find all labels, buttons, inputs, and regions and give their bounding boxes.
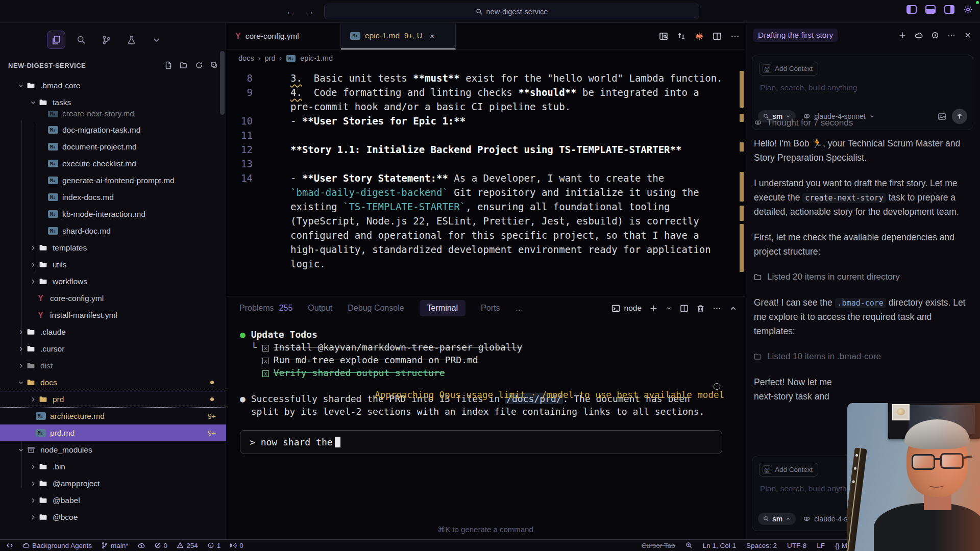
activity-beaker[interactable] xyxy=(122,31,140,49)
tree-item-document-project.md[interactable]: M↓document-project.md xyxy=(0,138,226,155)
code-line[interactable]: existing `TS-TEMPLATE-STARTER`, ensuring… xyxy=(226,199,745,214)
status-warning[interactable]: 254 xyxy=(177,542,198,549)
nav-back-icon[interactable]: ← xyxy=(284,5,297,18)
code-line[interactable]: 12**Story 1.1: Initialize Backend Projec… xyxy=(226,142,745,157)
tree-item-@babel[interactable]: @babel xyxy=(0,492,226,509)
tree-item-.bin[interactable]: .bin xyxy=(0,458,226,475)
toggle-right-panel-icon[interactable] xyxy=(944,5,954,14)
tab-close-icon[interactable]: × xyxy=(430,32,434,40)
tool-note[interactable]: Listed 20 items in current directory xyxy=(754,270,970,284)
code-line[interactable]: 10- **User Stories for Epic 1:** xyxy=(226,114,745,128)
tree-item-workflows[interactable]: workflows xyxy=(0,273,226,290)
collapse-all-icon[interactable] xyxy=(210,61,218,69)
tree-item-@ampproject[interactable]: @ampproject xyxy=(0,475,226,492)
code-line[interactable]: pre-commit hook and/or a basic CI pipeli… xyxy=(226,99,745,114)
image-attach-icon[interactable] xyxy=(938,112,946,121)
activity-source-control[interactable] xyxy=(97,31,115,49)
panel-tab-Debug Console[interactable]: Debug Console xyxy=(348,304,404,313)
status-sync-cloud[interactable] xyxy=(138,542,145,549)
panel-tab-Problems[interactable]: Problems255 xyxy=(239,304,292,313)
status-info[interactable]: 1 xyxy=(207,542,221,549)
code-line[interactable]: 94. Code formatting and linting checks *… xyxy=(226,85,745,99)
code-line[interactable]: (TypeScript, Node.js 22, ESLint, Prettie… xyxy=(226,214,745,228)
tree-item-templates[interactable]: templates xyxy=(0,239,226,256)
toggle-bottom-panel-icon[interactable] xyxy=(925,5,936,14)
send-button[interactable] xyxy=(952,109,967,124)
history-icon[interactable] xyxy=(931,31,939,39)
tree-item-create-next-story.md[interactable]: M↓create-next-story.md xyxy=(0,111,226,121)
tree-item-node_modules[interactable]: node_modules xyxy=(0,441,226,458)
new-file-icon[interactable] xyxy=(164,61,173,69)
activity-search[interactable] xyxy=(72,31,90,49)
breadcrumb-item[interactable]: prd xyxy=(264,54,275,62)
spark-icon[interactable] xyxy=(695,32,704,41)
editor-tab-core-config.yml[interactable]: Ycore-config.yml xyxy=(226,23,341,49)
add-context-button[interactable]: @ Add Context xyxy=(759,463,818,477)
tool-note[interactable]: Listed 10 items in .bmad-core xyxy=(754,349,970,364)
toggle-left-panel-icon[interactable] xyxy=(906,5,917,14)
compare-changes-icon[interactable] xyxy=(677,32,686,41)
tree-item-.bmad-core[interactable]: .bmad-core xyxy=(0,77,226,94)
nav-forward-icon[interactable]: → xyxy=(303,5,316,18)
editor-tab-epic-1.md[interactable]: M↓epic-1.md9+, U× xyxy=(341,23,456,49)
status-utf-8[interactable]: UTF-8 xyxy=(787,542,806,549)
breadcrumb-item[interactable]: epic-1.md xyxy=(300,54,333,62)
code-editor[interactable]: 83. Basic unit tests **must** exist for … xyxy=(226,68,745,296)
status-zoom[interactable] xyxy=(685,542,693,549)
code-line[interactable]: `bmad-daily-digest-backend` Git reposito… xyxy=(226,185,745,199)
panel-tab-Terminal[interactable]: Terminal xyxy=(420,300,465,316)
status-cloud[interactable]: Background Agents xyxy=(22,542,92,549)
agent-selector[interactable]: sm xyxy=(758,513,796,525)
activity-explorer[interactable] xyxy=(47,31,65,49)
tree-item-architecture.md[interactable]: M↓architecture.md9+ xyxy=(0,408,226,424)
tree-item-utils[interactable]: utils xyxy=(0,256,226,273)
chevron-down-icon[interactable] xyxy=(666,305,672,312)
panel-tabs-more-icon[interactable]: … xyxy=(515,304,523,313)
code-line[interactable]: high-quality, standardized development e… xyxy=(226,242,745,257)
more-icon[interactable] xyxy=(730,32,740,41)
breadcrumb-item[interactable]: docs xyxy=(238,54,254,62)
new-folder-icon[interactable] xyxy=(180,61,188,69)
code-line[interactable]: 14- **User Story Statement:** As a Devel… xyxy=(226,171,745,185)
tree-item-dist[interactable]: dist xyxy=(0,357,226,374)
terminal-shell-chip[interactable]: node xyxy=(611,304,642,313)
more-icon[interactable] xyxy=(947,31,955,39)
add-icon[interactable] xyxy=(898,31,906,39)
tree-item-prd[interactable]: prd xyxy=(0,391,226,408)
split-panel-icon[interactable] xyxy=(680,304,689,313)
status-spaces-2[interactable]: Spaces: 2 xyxy=(746,542,777,549)
add-icon[interactable] xyxy=(649,304,658,313)
status-cursor-tab[interactable]: Cursor Tab xyxy=(642,542,675,549)
tree-item-core-config.yml[interactable]: Ycore-config.yml xyxy=(0,290,226,307)
tree-item-tasks[interactable]: tasks xyxy=(0,94,226,111)
add-context-button[interactable]: @ Add Context xyxy=(759,62,818,76)
refresh-icon[interactable] xyxy=(195,61,203,69)
tree-item-install-manifest.yml[interactable]: Yinstall-manifest.yml xyxy=(0,307,226,323)
status-branch[interactable]: main* xyxy=(101,542,129,549)
panel-tab-Output[interactable]: Output xyxy=(308,304,332,313)
panel-tab-Ports[interactable]: Ports xyxy=(481,304,500,313)
code-line[interactable]: configured and operational for this spec… xyxy=(226,228,745,242)
activity-chevron-down[interactable] xyxy=(147,31,165,49)
tree-item-doc-migration-task.md[interactable]: M↓doc-migration-task.md xyxy=(0,121,226,138)
tree-item-.claude[interactable]: .claude xyxy=(0,323,226,340)
tree-item-kb-mode-interaction.md[interactable]: M↓kb-mode-interaction.md xyxy=(0,206,226,222)
tree-item-@bcoe[interactable]: @bcoe xyxy=(0,509,226,525)
tree-item-execute-checklist.md[interactable]: M↓execute-checklist.md xyxy=(0,155,226,172)
status-remote[interactable] xyxy=(6,542,13,549)
terminal-input[interactable]: > now shard the xyxy=(240,430,722,454)
code-line[interactable]: logic. xyxy=(226,257,745,271)
trash-icon[interactable] xyxy=(696,304,705,313)
code-line[interactable]: 83. Basic unit tests **must** exist for … xyxy=(226,71,745,85)
open-preview-icon[interactable] xyxy=(659,32,668,41)
tree-item-shard-doc.md[interactable]: M↓shard-doc.md xyxy=(0,222,226,239)
tree-item-docs[interactable]: docs xyxy=(0,374,226,391)
status--m[interactable]: {} M xyxy=(835,542,847,549)
tree-item-generate-ai-frontend-prompt.md[interactable]: M↓generate-ai-frontend-prompt.md xyxy=(0,172,226,189)
close-icon[interactable] xyxy=(964,31,972,39)
sidebar-scrollbar[interactable] xyxy=(220,51,225,115)
status-error[interactable]: 0 xyxy=(154,542,168,549)
command-search-input[interactable]: new-digest-service xyxy=(324,4,699,19)
status-ln-1-col-1[interactable]: Ln 1, Col 1 xyxy=(703,542,736,549)
tree-item-index-docs.md[interactable]: M↓index-docs.md xyxy=(0,189,226,206)
